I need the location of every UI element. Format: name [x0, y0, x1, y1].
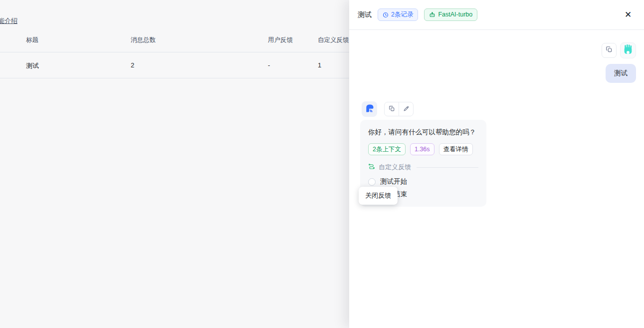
model-badge-label: FastAI-turbo [438, 11, 472, 18]
view-detail-button[interactable]: 查看详情 [439, 143, 473, 155]
copy-response-button[interactable] [385, 102, 399, 116]
edit-response-button[interactable] [399, 102, 413, 116]
chat-area: 测试 [349, 30, 644, 328]
user-message-actions [602, 42, 636, 58]
assistant-message-actions [384, 102, 414, 116]
drawer-header: 测试 2条记录 FastAI-turbo ✕ [349, 0, 644, 30]
edit-icon [403, 105, 410, 114]
assistant-message-header [362, 101, 414, 117]
records-badge: 2条记录 [378, 8, 418, 21]
close-icon[interactable]: ✕ [622, 9, 634, 21]
chat-detail-drawer: 测试 2条记录 FastAI-turbo ✕ [349, 0, 644, 328]
copy-icon [389, 105, 395, 114]
route-icon [368, 163, 375, 172]
clock-icon [383, 12, 389, 18]
feedback-divider [417, 167, 478, 168]
drawer-title: 测试 [358, 10, 372, 19]
model-badge: FastAI-turbo [424, 8, 477, 21]
robot-icon [429, 11, 435, 18]
copy-icon [606, 46, 613, 55]
records-badge-label: 2条记录 [391, 11, 413, 18]
close-feedback-tooltip: 关闭反馈 [359, 187, 398, 205]
user-avatar [620, 42, 636, 58]
copy-message-button[interactable] [602, 43, 617, 58]
assistant-avatar [362, 101, 377, 117]
context-count-badge[interactable]: 2条上下文 [368, 143, 406, 155]
feedback-option-label: 测试开始 [380, 177, 407, 186]
custom-feedback-header: 自定义反馈 [368, 163, 478, 172]
radio-icon[interactable] [368, 178, 376, 186]
user-message-bubble: 测试 [606, 64, 636, 83]
response-meta-row: 2条上下文 1.36s 查看详情 [368, 143, 478, 155]
custom-feedback-title: 自定义反馈 [379, 163, 411, 172]
fastgpt-logo-icon [365, 103, 375, 115]
hand-avatar-icon [623, 44, 634, 57]
feedback-option-start[interactable]: 测试开始 [368, 177, 478, 186]
assistant-message-text: 你好，请问有什么可以帮助您的吗？ [368, 127, 478, 137]
response-time-badge: 1.36s [410, 143, 434, 155]
